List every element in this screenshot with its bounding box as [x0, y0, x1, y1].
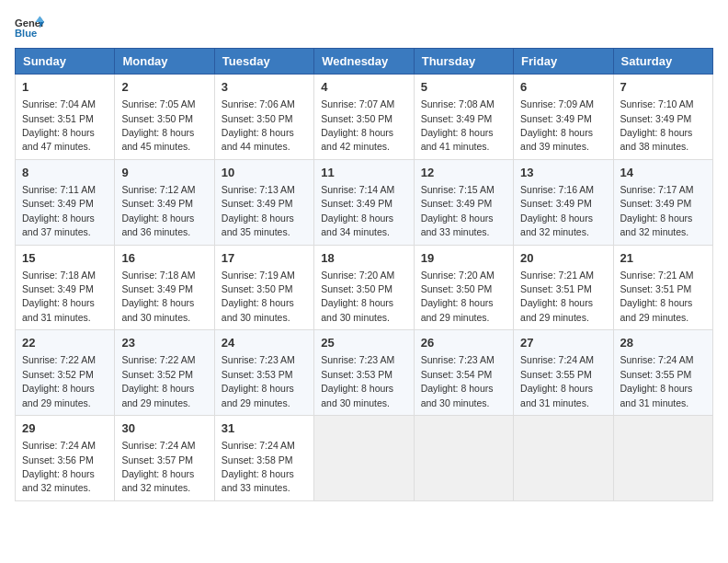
calendar-week-row: 15 Sunrise: 7:18 AM Sunset: 3:49 PM Dayl… [16, 245, 713, 330]
day-number: 4 [321, 79, 406, 96]
calendar-cell: 8 Sunrise: 7:11 AM Sunset: 3:49 PM Dayli… [16, 159, 115, 245]
calendar-cell: 26 Sunrise: 7:23 AM Sunset: 3:54 PM Dayl… [414, 330, 513, 416]
day-number: 8 [22, 165, 108, 181]
day-info: Sunrise: 7:09 AM Sunset: 3:49 PM Dayligh… [520, 98, 594, 152]
calendar-cell: 12 Sunrise: 7:15 AM Sunset: 3:49 PM Dayl… [414, 159, 513, 245]
calendar-header-tuesday: Tuesday [214, 49, 313, 75]
calendar-cell: 19 Sunrise: 7:20 AM Sunset: 3:50 PM Dayl… [414, 245, 513, 330]
day-info: Sunrise: 7:08 AM Sunset: 3:49 PM Dayligh… [421, 98, 495, 152]
calendar-cell [514, 416, 613, 501]
day-number: 2 [121, 79, 207, 96]
calendar-cell: 13 Sunrise: 7:16 AM Sunset: 3:49 PM Dayl… [514, 159, 613, 245]
calendar-header-thursday: Thursday [414, 49, 513, 75]
day-info: Sunrise: 7:23 AM Sunset: 3:54 PM Dayligh… [421, 354, 495, 408]
logo-icon: General Blue [15, 15, 44, 40]
calendar-cell: 30 Sunrise: 7:24 AM Sunset: 3:57 PM Dayl… [115, 416, 214, 501]
page-header: General Blue [15, 15, 713, 40]
day-info: Sunrise: 7:21 AM Sunset: 3:51 PM Dayligh… [520, 270, 594, 323]
day-info: Sunrise: 7:10 AM Sunset: 3:49 PM Dayligh… [620, 98, 694, 152]
day-info: Sunrise: 7:24 AM Sunset: 3:57 PM Dayligh… [121, 440, 195, 493]
calendar-cell: 4 Sunrise: 7:07 AM Sunset: 3:50 PM Dayli… [314, 75, 414, 160]
day-info: Sunrise: 7:24 AM Sunset: 3:55 PM Dayligh… [520, 354, 594, 408]
calendar-cell: 20 Sunrise: 7:21 AM Sunset: 3:51 PM Dayl… [514, 245, 613, 330]
day-info: Sunrise: 7:21 AM Sunset: 3:51 PM Dayligh… [620, 270, 694, 323]
calendar-cell: 14 Sunrise: 7:17 AM Sunset: 3:49 PM Dayl… [613, 159, 712, 245]
day-number: 10 [222, 165, 307, 181]
day-info: Sunrise: 7:24 AM Sunset: 3:56 PM Dayligh… [22, 440, 96, 493]
day-info: Sunrise: 7:20 AM Sunset: 3:50 PM Dayligh… [321, 270, 394, 323]
day-number: 17 [222, 250, 307, 267]
day-info: Sunrise: 7:12 AM Sunset: 3:49 PM Dayligh… [121, 184, 195, 237]
calendar-cell: 5 Sunrise: 7:08 AM Sunset: 3:49 PM Dayli… [414, 75, 513, 160]
calendar-table: SundayMondayTuesdayWednesdayThursdayFrid… [15, 48, 713, 501]
calendar-header-friday: Friday [514, 49, 613, 75]
calendar-cell: 7 Sunrise: 7:10 AM Sunset: 3:49 PM Dayli… [613, 75, 712, 160]
calendar-week-row: 8 Sunrise: 7:11 AM Sunset: 3:49 PM Dayli… [16, 159, 713, 245]
calendar-cell: 6 Sunrise: 7:09 AM Sunset: 3:49 PM Dayli… [514, 75, 613, 160]
calendar-cell: 9 Sunrise: 7:12 AM Sunset: 3:49 PM Dayli… [115, 159, 214, 245]
calendar-cell: 28 Sunrise: 7:24 AM Sunset: 3:55 PM Dayl… [613, 330, 712, 416]
day-info: Sunrise: 7:23 AM Sunset: 3:53 PM Dayligh… [321, 354, 394, 408]
day-info: Sunrise: 7:14 AM Sunset: 3:49 PM Dayligh… [321, 184, 394, 237]
day-number: 9 [121, 165, 207, 181]
day-info: Sunrise: 7:05 AM Sunset: 3:50 PM Dayligh… [121, 98, 195, 152]
day-number: 25 [321, 335, 406, 351]
day-number: 11 [321, 165, 406, 181]
day-info: Sunrise: 7:18 AM Sunset: 3:49 PM Dayligh… [22, 270, 96, 323]
day-number: 27 [520, 335, 606, 351]
day-number: 23 [121, 335, 207, 351]
day-info: Sunrise: 7:24 AM Sunset: 3:55 PM Dayligh… [620, 354, 694, 408]
day-info: Sunrise: 7:24 AM Sunset: 3:58 PM Dayligh… [222, 440, 295, 493]
day-info: Sunrise: 7:13 AM Sunset: 3:49 PM Dayligh… [222, 184, 295, 237]
day-number: 31 [222, 420, 307, 437]
calendar-header-saturday: Saturday [613, 49, 712, 75]
calendar-body: 1 Sunrise: 7:04 AM Sunset: 3:51 PM Dayli… [16, 75, 713, 501]
day-number: 6 [520, 79, 606, 96]
day-number: 20 [520, 250, 606, 267]
day-info: Sunrise: 7:22 AM Sunset: 3:52 PM Dayligh… [22, 354, 96, 408]
calendar-cell: 1 Sunrise: 7:04 AM Sunset: 3:51 PM Dayli… [16, 75, 115, 160]
logo: General Blue [15, 15, 44, 40]
day-number: 7 [620, 79, 706, 96]
calendar-cell: 16 Sunrise: 7:18 AM Sunset: 3:49 PM Dayl… [115, 245, 214, 330]
calendar-cell [314, 416, 414, 501]
calendar-header-monday: Monday [115, 49, 214, 75]
day-number: 3 [222, 79, 307, 96]
calendar-header-row: SundayMondayTuesdayWednesdayThursdayFrid… [16, 49, 713, 75]
calendar-cell: 29 Sunrise: 7:24 AM Sunset: 3:56 PM Dayl… [16, 416, 115, 501]
calendar-cell: 31 Sunrise: 7:24 AM Sunset: 3:58 PM Dayl… [214, 416, 313, 501]
day-info: Sunrise: 7:20 AM Sunset: 3:50 PM Dayligh… [421, 270, 495, 323]
day-info: Sunrise: 7:07 AM Sunset: 3:50 PM Dayligh… [321, 98, 394, 152]
calendar-cell: 3 Sunrise: 7:06 AM Sunset: 3:50 PM Dayli… [214, 75, 313, 160]
calendar-week-row: 29 Sunrise: 7:24 AM Sunset: 3:56 PM Dayl… [16, 416, 713, 501]
calendar-cell: 15 Sunrise: 7:18 AM Sunset: 3:49 PM Dayl… [16, 245, 115, 330]
day-number: 12 [421, 165, 506, 181]
calendar-cell [414, 416, 513, 501]
day-number: 30 [121, 420, 207, 437]
calendar-header-wednesday: Wednesday [314, 49, 414, 75]
calendar-cell: 24 Sunrise: 7:23 AM Sunset: 3:53 PM Dayl… [214, 330, 313, 416]
day-info: Sunrise: 7:22 AM Sunset: 3:52 PM Dayligh… [121, 354, 195, 408]
calendar-cell: 27 Sunrise: 7:24 AM Sunset: 3:55 PM Dayl… [514, 330, 613, 416]
day-number: 29 [22, 420, 108, 437]
calendar-cell: 2 Sunrise: 7:05 AM Sunset: 3:50 PM Dayli… [115, 75, 214, 160]
calendar-cell: 21 Sunrise: 7:21 AM Sunset: 3:51 PM Dayl… [613, 245, 712, 330]
day-info: Sunrise: 7:18 AM Sunset: 3:49 PM Dayligh… [121, 270, 195, 323]
day-number: 13 [520, 165, 606, 181]
calendar-cell: 18 Sunrise: 7:20 AM Sunset: 3:50 PM Dayl… [314, 245, 414, 330]
calendar-cell: 23 Sunrise: 7:22 AM Sunset: 3:52 PM Dayl… [115, 330, 214, 416]
day-number: 21 [620, 250, 706, 267]
day-info: Sunrise: 7:06 AM Sunset: 3:50 PM Dayligh… [222, 98, 295, 152]
day-number: 22 [22, 335, 108, 351]
calendar-cell: 11 Sunrise: 7:14 AM Sunset: 3:49 PM Dayl… [314, 159, 414, 245]
day-number: 14 [620, 165, 706, 181]
day-info: Sunrise: 7:23 AM Sunset: 3:53 PM Dayligh… [222, 354, 295, 408]
calendar-cell: 17 Sunrise: 7:19 AM Sunset: 3:50 PM Dayl… [214, 245, 313, 330]
day-number: 1 [22, 79, 108, 96]
day-info: Sunrise: 7:19 AM Sunset: 3:50 PM Dayligh… [222, 270, 295, 323]
day-info: Sunrise: 7:11 AM Sunset: 3:49 PM Dayligh… [22, 184, 96, 237]
calendar-cell [613, 416, 712, 501]
day-number: 26 [421, 335, 506, 351]
day-info: Sunrise: 7:16 AM Sunset: 3:49 PM Dayligh… [520, 184, 594, 237]
calendar-cell: 25 Sunrise: 7:23 AM Sunset: 3:53 PM Dayl… [314, 330, 414, 416]
